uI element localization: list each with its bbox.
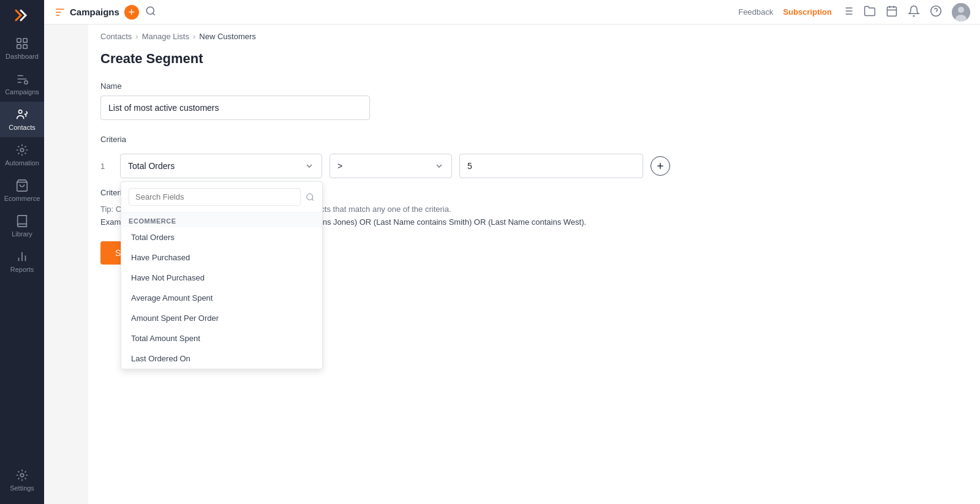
svg-point-9 <box>20 473 24 477</box>
name-input[interactable] <box>100 96 370 120</box>
feedback-link[interactable]: Feedback <box>738 7 773 17</box>
criteria-operator-value: > <box>337 161 342 171</box>
svg-point-10 <box>146 7 154 14</box>
dropdown-search-input[interactable] <box>129 188 301 206</box>
svg-point-25 <box>958 7 964 13</box>
search-icon[interactable] <box>145 6 156 18</box>
sidebar: Dashboard Campaigns Contacts Automation <box>0 0 44 504</box>
folder-icon[interactable] <box>864 5 876 19</box>
breadcrumb-manage-lists[interactable]: Manage Lists <box>142 32 189 41</box>
app-title: Campaigns <box>54 6 119 18</box>
svg-rect-3 <box>17 45 21 48</box>
svg-point-22 <box>931 6 941 17</box>
criteria-label: Criteria <box>100 135 968 144</box>
dropdown-item-amount-spent-per-order[interactable]: Amount Spent Per Order <box>121 308 322 328</box>
sidebar-item-automation[interactable]: Automation <box>0 137 44 173</box>
criteria-field-value: Total Orders <box>128 161 175 171</box>
svg-point-5 <box>24 81 28 85</box>
dropdown-item-last-ordered-on[interactable]: Last Ordered On <box>121 348 322 369</box>
help-icon[interactable] <box>930 5 942 19</box>
page-title: Create Segment <box>100 51 968 67</box>
add-criteria-button[interactable] <box>650 156 670 176</box>
svg-point-6 <box>19 110 23 114</box>
topbar-right: Feedback Subscription <box>738 3 970 21</box>
svg-point-27 <box>307 194 313 200</box>
chevron-down-icon <box>434 161 444 171</box>
name-label: Name <box>100 81 968 91</box>
dropdown-item-average-amount-spent[interactable]: Average Amount Spent <box>121 288 322 308</box>
dropdown-item-total-amount-spent[interactable]: Total Amount Spent <box>121 328 322 348</box>
breadcrumb-contacts[interactable]: Contacts <box>100 32 132 41</box>
sidebar-item-library[interactable]: Library <box>0 208 44 244</box>
dropdown-group-ecommerce: ECOMMERCE <box>121 213 322 227</box>
search-icon <box>306 192 315 202</box>
criteria-number: 1 <box>100 162 113 171</box>
svg-point-7 <box>20 148 24 152</box>
sidebar-item-campaigns[interactable]: Campaigns <box>0 66 44 102</box>
svg-rect-2 <box>23 39 27 42</box>
list-icon[interactable] <box>842 5 854 19</box>
chevron-down-icon <box>304 161 314 171</box>
page-body: Create Segment Name Criteria 1 Total Ord… <box>88 41 980 274</box>
notification-icon[interactable] <box>908 5 920 19</box>
dropdown-search <box>121 182 322 213</box>
calendar-icon[interactable] <box>886 5 898 19</box>
breadcrumb-sep-2: › <box>193 32 195 41</box>
svg-line-11 <box>153 13 154 15</box>
criteria-row: 1 Total Orders ECOMMERCE Total Or <box>100 154 968 178</box>
breadcrumb-current: New Customers <box>199 32 255 41</box>
breadcrumb: Contacts › Manage Lists › New Customers <box>88 24 980 41</box>
svg-rect-4 <box>23 45 27 48</box>
sidebar-item-reports[interactable]: Reports <box>0 244 44 279</box>
breadcrumb-sep-1: › <box>135 32 138 41</box>
dropdown-item-have-purchased[interactable]: Have Purchased <box>121 247 322 268</box>
dropdown-item-total-orders[interactable]: Total Orders <box>121 227 322 247</box>
dropdown-item-have-not-purchased[interactable]: Have Not Purchased <box>121 268 322 288</box>
topbar: Campaigns + Feedback Subscription <box>44 0 980 24</box>
add-button[interactable]: + <box>124 5 139 20</box>
svg-rect-18 <box>888 7 897 16</box>
field-dropdown-panel: ECOMMERCE Total Orders Have Purchased Ha… <box>121 181 323 369</box>
svg-line-28 <box>312 198 314 200</box>
criteria-field-dropdown[interactable]: Total Orders ECOMMERCE Total Orders Have… <box>120 154 322 178</box>
subscription-link[interactable]: Subscription <box>783 7 832 17</box>
svg-rect-1 <box>17 39 21 42</box>
app-logo[interactable] <box>0 0 44 31</box>
sidebar-item-ecommerce[interactable]: Ecommerce <box>0 173 44 208</box>
criteria-operator-dropdown[interactable]: > <box>330 154 452 178</box>
main-content: Contacts › Manage Lists › New Customers … <box>88 24 980 504</box>
criteria-value-input[interactable] <box>459 154 643 178</box>
user-avatar[interactable] <box>952 3 970 21</box>
sidebar-item-dashboard[interactable]: Dashboard <box>0 31 44 66</box>
sidebar-item-settings[interactable]: Settings <box>0 462 44 498</box>
sidebar-item-contacts[interactable]: Contacts <box>0 102 44 137</box>
